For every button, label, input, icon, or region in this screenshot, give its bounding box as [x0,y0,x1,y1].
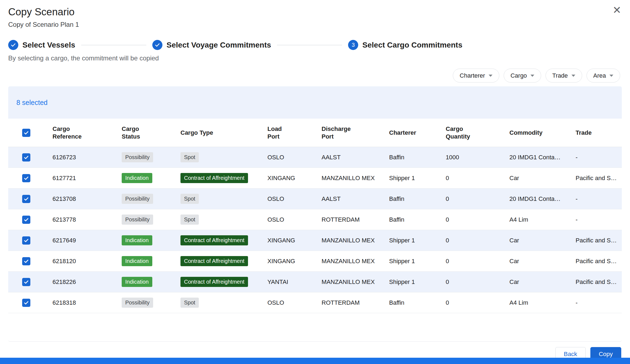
row-checkbox[interactable] [22,195,30,203]
row-checkbox[interactable] [22,299,30,307]
cargo-type-cell: Spot [180,215,267,225]
cargo-reference-cell: 6213708 [52,195,122,202]
filter-charterer[interactable]: Charterer [453,69,499,83]
stepper-connector [277,45,342,45]
check-icon [24,279,29,285]
dialog-header: Copy Scenario Copy of Scenario Plan 1 ✕ [0,0,630,28]
select-all-checkbox[interactable] [22,129,30,137]
selection-summary-bar: 8 selected [8,86,622,119]
discharge-port-cell: MANZANILLO MEX [322,258,389,265]
cargo-status-cell: Indication [122,173,180,183]
trade-cell: - [576,195,622,202]
charterer-cell: Shipper 1 [389,175,446,182]
check-icon [24,130,29,136]
step-complete-check-icon [8,40,18,50]
filter-bar: Charterer Cargo Trade Area [0,69,630,83]
step-label: Select Cargo Commitments [362,41,462,49]
row-checkbox[interactable] [22,174,30,182]
column-header-cargo-status: Cargo Status [122,125,180,140]
column-header-cargo-type: Cargo Type [180,129,267,137]
check-icon [24,175,29,181]
row-checkbox[interactable] [22,278,30,286]
trade-cell: Pacific and So… [576,237,622,244]
cargo-status-cell: Possibility [122,215,180,225]
commodity-cell: Car [509,175,576,182]
filter-trade[interactable]: Trade [546,69,582,83]
filter-label: Trade [552,72,568,79]
load-port-cell: OSLO [267,299,322,306]
cargo-reference-cell: 6126723 [52,154,122,161]
cargo-quantity-cell: 0 [446,195,509,202]
charterer-cell: Shipper 1 [389,278,446,286]
filter-label: Area [593,72,606,79]
table-row[interactable]: 6217649 Indication Contract of Affreight… [8,230,622,251]
stepper: Select Vessels Select Voyage Commitments… [0,40,630,50]
chevron-down-icon [530,75,534,77]
table-row[interactable]: 6218120 Indication Contract of Affreight… [8,251,622,272]
table-header-row: Cargo Reference Cargo Status Cargo Type … [8,119,622,147]
stepper-connector [81,45,146,45]
cargo-table-card: 8 selected Cargo Reference Cargo Status … [8,86,622,342]
trade-cell: - [576,299,622,306]
page-subtitle: Copy of Scenario Plan 1 [8,21,620,28]
check-icon [24,259,29,264]
cargo-type-badge: Spot [180,215,199,225]
cargo-quantity-cell: 0 [446,278,509,286]
stepper-hint: By selecting a cargo, the commitment wil… [0,54,630,62]
step-select-cargo-commitments[interactable]: 3 Select Cargo Commitments [348,40,462,50]
cargo-status-badge: Indication [122,256,152,266]
column-header-discharge-port: Discharge Port [322,125,389,140]
table-row[interactable]: 6213708 Possibility Spot OSLO AALST Baff… [8,189,622,209]
step-label: Select Vessels [22,41,75,49]
row-checkbox[interactable] [22,153,30,162]
app-bottom-bar [0,358,630,364]
cargo-reference-cell: 6217649 [52,237,122,244]
row-checkbox[interactable] [22,257,30,265]
cargo-type-badge: Spot [180,194,199,204]
commodity-cell: 20 IMDG1 Conta… [509,195,576,202]
table-row[interactable]: 6127721 Indication Contract of Affreight… [8,168,622,189]
cargo-type-badge: Contract of Affreightment [180,277,248,287]
filter-label: Charterer [460,72,485,79]
step-label: Select Voyage Commitments [167,41,271,49]
cargo-quantity-cell: 0 [446,299,509,306]
check-icon [24,155,29,160]
cargo-type-badge: Spot [180,298,199,308]
step-select-vessels[interactable]: Select Vessels [8,40,75,50]
column-header-cargo-quantity: Cargo Quantity [446,125,509,140]
table-row[interactable]: 6126723 Possibility Spot OSLO AALST Baff… [8,147,622,168]
commodity-cell: Car [509,278,576,286]
trade-cell: Pacific and So… [576,278,622,286]
row-checkbox[interactable] [22,236,30,245]
discharge-port-cell: ROTTERDAM [322,299,389,306]
cargo-status-badge: Possibility [122,194,153,204]
commodity-cell: A4 Lim [509,216,576,223]
check-icon [24,217,29,222]
trade-cell: Pacific and So… [576,175,622,182]
close-icon[interactable]: ✕ [612,5,621,15]
cargo-type-cell: Spot [180,298,267,308]
charterer-cell: Baffin [389,299,446,306]
page-title: Copy Scenario [8,6,620,18]
step-complete-check-icon [152,40,162,50]
load-port-cell: OSLO [267,154,322,161]
filter-cargo[interactable]: Cargo [504,69,541,83]
filter-area[interactable]: Area [587,69,620,83]
commodity-cell: 20 IMDG1 Conta… [509,154,576,161]
cargo-reference-cell: 6127721 [52,175,122,182]
table-row[interactable]: 6218226 Indication Contract of Affreight… [8,272,622,292]
cargo-quantity-cell: 0 [446,258,509,265]
discharge-port-cell: ROTTERDAM [322,216,389,223]
cargo-reference-cell: 6218318 [52,299,122,306]
row-checkbox[interactable] [22,216,30,224]
cargo-status-badge: Possibility [122,215,153,225]
chevron-down-icon [609,75,613,77]
cargo-type-badge: Spot [180,152,199,162]
step-select-voyage-commitments[interactable]: Select Voyage Commitments [152,40,271,50]
column-header-commodity: Commodity [509,129,576,137]
discharge-port-cell: AALST [322,195,389,202]
table-row[interactable]: 6218318 Possibility Spot OSLO ROTTERDAM … [8,292,622,313]
cargo-status-badge: Indication [122,277,152,287]
table-row[interactable]: 6213778 Possibility Spot OSLO ROTTERDAM … [8,209,622,230]
cargo-status-cell: Indication [122,235,180,245]
